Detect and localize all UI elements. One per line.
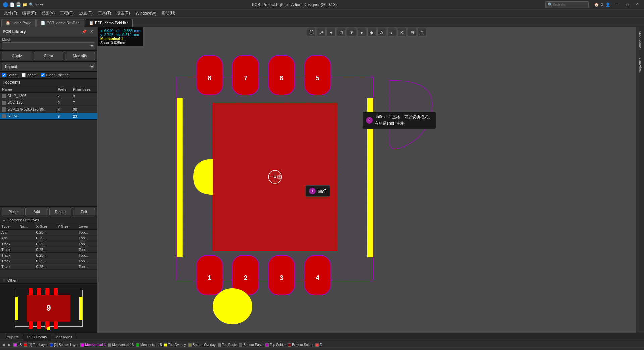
prim-row-6[interactable]: Track0.25...Top... [0,264,97,270]
filter-button[interactable]: ⛶ [307,28,316,37]
svg-point-55 [213,288,252,324]
text-button[interactable]: A [377,28,386,37]
close-button[interactable]: ✕ [632,1,641,8]
tab-1[interactable]: 📄PCB_demo.SchDoc [36,19,84,27]
place-button[interactable]: Place [2,208,24,215]
clear-button[interactable]: Clear [34,52,64,60]
minimize-button[interactable]: ─ [613,1,623,8]
zoom-checkbox-item[interactable]: Zoom [22,73,37,77]
footprint-row-2[interactable]: SOP127P600X175-8N826 [0,106,97,113]
other-header[interactable]: Other [0,277,97,284]
prim-row-2[interactable]: Track0.25...Top... [0,241,97,247]
tab-bar: 🏠Home Page📄PCB_demo.SchDoc📋PCB_demo.PcbL… [0,17,644,27]
clear-existing-checkbox[interactable] [41,73,45,77]
xy-coords: x: 6.040 dx: -0.386 mm [100,29,140,33]
layer-ls-color [13,343,17,347]
primitives-table-wrap[interactable]: Type Na... X-Size Y-Size Layer Arc0.25..… [0,223,97,277]
menu-item-p[interactable]: 放置(P) [76,10,95,17]
dx-coord: dx: -0.386 mm [116,29,140,33]
magnify-button[interactable]: Magnify [65,52,95,60]
panel-header: PCB Library 📌 ✕ [0,27,97,36]
search-box[interactable]: 🔍 [545,1,589,8]
layer-mech15[interactable]: Mechanical 15 [136,343,162,347]
pin-button[interactable]: 📌 [80,29,88,34]
panel-close-button[interactable]: ✕ [89,29,94,34]
prim-row-4[interactable]: Track0.25...Top... [0,253,97,258]
layer-top-overlay[interactable]: Top Overlay [164,343,186,347]
net-button[interactable]: ↗ [317,28,326,37]
svg-text:7: 7 [244,74,248,82]
panel-title: PCB Library [3,29,26,34]
menu-item-f[interactable]: 文件(F) [1,10,20,17]
layer-ls[interactable]: LS [13,343,22,347]
projects-tab[interactable]: Projects [1,334,23,340]
primitives-header[interactable]: Footprint Primitives [0,217,97,223]
layer-top-paste[interactable]: Top Paste [218,343,237,347]
prim-row-5[interactable]: Track0.25...Top... [0,258,97,264]
footprints-table[interactable]: Name Pads Primitives CHIP_120628SOD-1232… [0,86,97,206]
search-input[interactable] [553,3,586,7]
layer-top[interactable]: [1] Top Layer [24,343,48,347]
menu-item-v[interactable]: 视图(V) [39,10,57,17]
layer-bot-solder[interactable]: Bottom Solder [288,343,313,347]
fill-button[interactable]: ▼ [347,28,356,37]
zoom-checkbox[interactable] [22,73,26,77]
cross-button[interactable]: ✕ [397,28,406,37]
col-pads: Pads [56,86,71,93]
apply-button[interactable]: Apply [2,52,32,60]
components-tab[interactable]: Components [637,28,644,53]
layer-bar: ◀ ▶ LS [1] Top Layer [2] Bottom Layer Me… [0,341,644,349]
prim-row-1[interactable]: Arc0.25...Top... [0,235,97,241]
properties-tab[interactable]: Properties [637,55,644,76]
select-checkbox[interactable] [2,73,6,77]
prim-row-0[interactable]: Arc0.25...Top... [0,230,97,235]
mask-dropdown[interactable] [2,42,95,49]
layer-nav-right[interactable]: ▶ [7,343,11,347]
layer-nav-left[interactable]: ◀ [1,343,5,347]
edit-button[interactable]: Edit [73,208,95,215]
bottom-tabs: Projects PCB Library Messages [0,333,644,341]
layer-d[interactable]: D [315,343,322,347]
menu-item-e[interactable]: 编辑(E) [20,10,39,17]
pcb-library-tab[interactable]: PCB Library [23,334,51,340]
layer-mech13[interactable]: Mechanical 13 [108,343,134,347]
footprint-row-0[interactable]: CHIP_120628 [0,93,97,99]
x-coord: x: 6.040 [100,29,113,33]
layer-top-color [24,343,27,347]
layer-bot-overlay[interactable]: Bottom Overlay [188,343,216,347]
footprint-row-1[interactable]: SOD-12327 [0,99,97,106]
add-button[interactable]: + [327,28,336,37]
other-section: Other 9 [0,277,97,333]
tab-0[interactable]: 🏠Home Page [1,19,36,27]
maximize-button[interactable]: □ [623,1,632,8]
poly-button[interactable]: ◆ [367,28,376,37]
layer-mech15-color [136,343,139,347]
grid-button[interactable]: ⊞ [408,28,416,37]
menu-item-c[interactable]: 工程(C) [57,10,76,17]
layer-top-solder[interactable]: Top Solder [265,343,286,347]
prim-row-3[interactable]: Track0.25...Top... [0,247,97,253]
select-checkbox-item[interactable]: Select [2,73,18,77]
messages-tab[interactable]: Messages [51,334,76,340]
footprint-row-3[interactable]: SOP-8923 [0,113,97,120]
svg-rect-4 [79,297,82,320]
menu-item-h[interactable]: 帮助(H) [159,10,178,17]
menu-item-r[interactable]: 报告(R) [114,10,133,17]
layer-mech1[interactable]: Mechanical 1 [80,343,106,347]
clear-existing-checkbox-item[interactable]: Clear Existing [41,73,69,77]
tooltip-2: 2 shift+ctrl+空格，可以切换模式。有的是shift+空格 [362,112,436,129]
3d-button[interactable]: □ [418,28,426,37]
right-sidebar: Components Properties [636,27,644,333]
menu-item-t[interactable]: 工具(T) [95,10,114,17]
rect-button[interactable]: □ [337,28,346,37]
normal-dropdown[interactable]: Normal [2,63,95,70]
line-button[interactable]: / [387,28,396,37]
mask-section: Mask [0,36,97,51]
tab-2[interactable]: 📋PCB_demo.PcbLib * [85,19,133,27]
delete-button[interactable]: Delete [49,208,71,215]
menu-item-windoww[interactable]: Window(W) [133,10,159,16]
layer-bottom[interactable]: [2] Bottom Layer [50,343,78,347]
layer-bot-paste[interactable]: Bottom Paste [239,343,263,347]
add-button[interactable]: Add [25,208,48,215]
circle-button[interactable]: ● [357,28,366,37]
